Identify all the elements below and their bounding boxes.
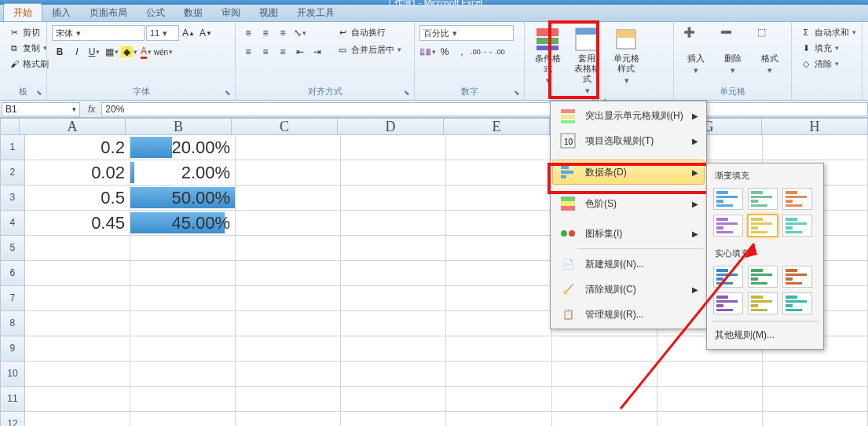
align-middle-icon[interactable]: ≡ bbox=[258, 25, 273, 41]
cut-button[interactable]: ✂剪切 bbox=[5, 25, 52, 39]
currency-icon[interactable]: 💷▾ bbox=[419, 44, 435, 60]
row-header[interactable]: 5 bbox=[0, 236, 25, 261]
cell[interactable] bbox=[657, 412, 763, 426]
name-box[interactable]: B1▾ bbox=[2, 102, 80, 116]
cell[interactable] bbox=[236, 160, 341, 185]
cell[interactable] bbox=[236, 412, 341, 426]
tab-formula[interactable]: 公式 bbox=[137, 4, 174, 21]
data-bar-thumb[interactable] bbox=[782, 188, 812, 210]
cell[interactable] bbox=[446, 412, 551, 426]
col-header-H[interactable]: H bbox=[762, 118, 868, 135]
merge-center-button[interactable]: ▭合并后居中▾ bbox=[333, 42, 405, 57]
row-header[interactable]: 3 bbox=[0, 185, 25, 211]
tab-data[interactable]: 数据 bbox=[174, 4, 212, 21]
comma-icon[interactable]: , bbox=[454, 44, 470, 60]
number-launcher[interactable]: ⬊ bbox=[511, 87, 522, 98]
bold-button[interactable]: B bbox=[52, 44, 68, 60]
cell[interactable] bbox=[130, 362, 236, 387]
decrease-font-icon[interactable]: A▼ bbox=[198, 25, 214, 41]
cell[interactable]: 50.00% bbox=[130, 185, 236, 211]
data-bar-thumb[interactable] bbox=[782, 292, 812, 314]
cell[interactable] bbox=[446, 211, 551, 236]
align-top-icon[interactable]: ≡ bbox=[240, 25, 256, 41]
select-all-corner[interactable] bbox=[0, 118, 20, 135]
cell[interactable] bbox=[552, 336, 657, 362]
data-bar-thumb[interactable] bbox=[748, 266, 778, 288]
font-name-combo[interactable]: 宋体▾ bbox=[52, 25, 145, 41]
cell[interactable] bbox=[341, 311, 446, 336]
fill-color-button[interactable]: ◆▾ bbox=[121, 44, 137, 60]
data-bar-thumb[interactable] bbox=[748, 292, 778, 314]
conditional-format-button[interactable]: 条件格式▾ bbox=[529, 25, 566, 87]
row-header[interactable]: 6 bbox=[0, 261, 25, 286]
row-header[interactable]: 9 bbox=[0, 336, 25, 362]
cell[interactable] bbox=[341, 135, 446, 160]
delete-cells-button[interactable]: ➖删除▾ bbox=[716, 25, 749, 77]
cell[interactable] bbox=[341, 211, 446, 236]
row-header[interactable]: 2 bbox=[0, 160, 25, 185]
clear-button[interactable]: ◇清除▾ bbox=[797, 57, 859, 71]
cell[interactable] bbox=[130, 412, 236, 426]
increase-font-icon[interactable]: A▲ bbox=[181, 25, 196, 41]
align-launcher[interactable]: ⬊ bbox=[401, 87, 412, 98]
row-header[interactable]: 12 bbox=[0, 412, 25, 426]
cell[interactable] bbox=[763, 387, 868, 412]
align-right-icon[interactable]: ≡ bbox=[275, 44, 291, 60]
fx-icon[interactable]: fx bbox=[82, 104, 101, 115]
cell[interactable] bbox=[763, 412, 868, 426]
cell[interactable] bbox=[236, 211, 341, 236]
cell[interactable]: 0.45 bbox=[25, 211, 130, 236]
cell[interactable] bbox=[341, 160, 446, 185]
insert-cells-button[interactable]: ➕插入▾ bbox=[679, 25, 712, 77]
align-left-icon[interactable]: ≡ bbox=[240, 44, 256, 60]
cell[interactable] bbox=[130, 236, 236, 261]
cell[interactable] bbox=[446, 362, 551, 387]
formula-input[interactable]: 20% bbox=[101, 102, 868, 116]
indent-dec-icon[interactable]: ⇤ bbox=[292, 44, 308, 60]
cell[interactable] bbox=[446, 160, 551, 185]
menu-icon-sets[interactable]: 图标集(I)▶ bbox=[552, 221, 705, 246]
col-header-B[interactable]: B bbox=[126, 118, 232, 135]
cell[interactable]: 0.02 bbox=[25, 160, 130, 185]
menu-highlight-rules[interactable]: 突出显示单元格规则(H)▶ bbox=[552, 103, 705, 128]
cell[interactable]: 45.00% bbox=[130, 211, 236, 236]
font-size-combo[interactable]: 11▾ bbox=[146, 25, 179, 41]
cell[interactable]: 20.00% bbox=[130, 135, 236, 160]
data-bar-thumb[interactable] bbox=[713, 215, 743, 237]
cell[interactable] bbox=[341, 261, 446, 286]
format-cells-button[interactable]: ⬚格式▾ bbox=[753, 25, 786, 77]
cell[interactable] bbox=[236, 336, 341, 362]
cell-styles-button[interactable]: 单元格样式▾ bbox=[608, 25, 644, 87]
cell[interactable] bbox=[341, 286, 446, 311]
tab-view[interactable]: 视图 bbox=[250, 4, 288, 21]
menu-clear-rules[interactable]: 🧹 清除规则(C)▶ bbox=[552, 277, 705, 302]
tab-layout[interactable]: 页面布局 bbox=[80, 4, 137, 21]
col-header-A[interactable]: A bbox=[20, 118, 126, 135]
number-format-combo[interactable]: 百分比▾ bbox=[419, 25, 514, 41]
tab-home[interactable]: 开始 bbox=[3, 3, 42, 21]
dec-decimal-icon[interactable]: ←.00 bbox=[489, 44, 504, 60]
percent-icon[interactable]: % bbox=[437, 44, 452, 60]
indent-inc-icon[interactable]: ⇥ bbox=[309, 44, 325, 60]
cell[interactable] bbox=[236, 236, 341, 261]
fill-button[interactable]: ⬇填充▾ bbox=[797, 41, 859, 55]
cell[interactable] bbox=[25, 261, 130, 286]
font-color-button[interactable]: A▾ bbox=[138, 44, 154, 60]
inc-decimal-icon[interactable]: .00→ bbox=[471, 44, 487, 60]
data-bar-thumb[interactable] bbox=[713, 266, 743, 288]
cell[interactable] bbox=[341, 362, 446, 387]
copy-button[interactable]: ⧉复制▾ bbox=[5, 41, 52, 55]
cell[interactable] bbox=[446, 336, 551, 362]
font-launcher[interactable]: ⬊ bbox=[222, 87, 233, 98]
cell[interactable] bbox=[236, 387, 341, 412]
cell[interactable] bbox=[25, 412, 130, 426]
cell[interactable] bbox=[446, 261, 551, 286]
cell[interactable] bbox=[552, 362, 657, 387]
underline-button[interactable]: U▾ bbox=[86, 44, 102, 60]
cell[interactable] bbox=[657, 362, 763, 387]
cell[interactable] bbox=[236, 362, 341, 387]
menu-color-scales[interactable]: 色阶(S)▶ bbox=[552, 191, 705, 216]
cell[interactable]: 0.5 bbox=[25, 185, 130, 211]
tab-insert[interactable]: 插入 bbox=[42, 4, 80, 21]
cell[interactable] bbox=[341, 387, 446, 412]
